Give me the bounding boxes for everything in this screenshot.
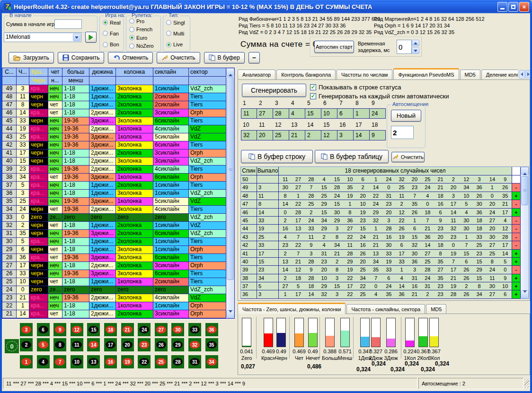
- board-cell-10[interactable]: 10: [71, 355, 83, 368]
- board-cell-36[interactable]: 36: [205, 323, 218, 336]
- history-row[interactable]: 478чернчет1-181дюжи...2колонка2сиклайнTi…: [2, 101, 226, 109]
- play-button[interactable]: [85, 32, 97, 43]
- history-row[interactable]: 2633черннеч19-363дюжи...3колонка6сиклайн…: [2, 270, 226, 278]
- history-row[interactable]: 4811черннеч1-181дюжи...2колонка2сиклайнT…: [2, 93, 226, 101]
- board-cell-16[interactable]: 16: [104, 355, 117, 368]
- spinner-up-icon[interactable]: [412, 40, 419, 46]
- radio-euro[interactable]: Euro: [126, 34, 160, 42]
- history-row[interactable]: 4419кра...неч19-362дюжи...1колонка4сикла…: [2, 125, 226, 133]
- board-cell-7[interactable]: 7: [53, 355, 66, 368]
- history-row[interactable]: 221кра...неч1-181дюжи...1колонка1сиклайн…: [2, 302, 226, 310]
- tab-1[interactable]: Анализатор: [238, 70, 275, 79]
- board-cell-17[interactable]: 17: [104, 338, 117, 351]
- undo-button[interactable]: Отменить: [108, 52, 153, 63]
- board-cell-35[interactable]: 35: [205, 338, 218, 351]
- spin-row[interactable]: 47814222529151102423235016175302021-: [241, 200, 521, 208]
- scrollbar-thumb[interactable]: [521, 176, 528, 205]
- profile-select[interactable]: 1Melonati: [4, 33, 81, 42]
- board-cell-6[interactable]: 6: [37, 323, 50, 336]
- history-row[interactable]: 2836кра...чет19-363дюжи...3колонка6сикла…: [2, 254, 226, 262]
- start-sum-input[interactable]: [54, 19, 82, 29]
- board-cell-19[interactable]: 19: [121, 355, 134, 368]
- checkbox-show-status[interactable]: Показывать в строке статуса: [310, 83, 401, 91]
- history-row[interactable]: 2321кра...неч19-362дюжи...3колонка4сикла…: [2, 294, 226, 302]
- spin-row[interactable]: 37527518291517220241416312319283010+: [241, 282, 521, 290]
- freq-tab-1[interactable]: Частота - Zero, шансы, дюжины, колонки: [238, 303, 346, 314]
- history-row[interactable]: 2717черннеч1-182дюжи...2колонка3сиклайнO…: [2, 262, 226, 270]
- history-row[interactable]: 2114кра...чет1-182дюжи...2колонка3сиклай…: [2, 310, 226, 318]
- board-cell-21[interactable]: 21: [121, 323, 134, 336]
- board-cell-2[interactable]: 2: [20, 338, 33, 351]
- history-row[interactable]: 4614кра...чет1-182дюжи...2колонка3сиклай…: [2, 109, 226, 117]
- tab-3[interactable]: Частоты по числам: [337, 70, 392, 79]
- board-cell-9[interactable]: 9: [53, 323, 66, 336]
- board-cell-12[interactable]: 12: [71, 323, 83, 336]
- board-cell-32[interactable]: 32: [188, 338, 201, 351]
- board-cell-20[interactable]: 20: [121, 338, 134, 351]
- collapse-button[interactable]: −: [248, 52, 260, 63]
- board-cell-26[interactable]: 26: [155, 338, 168, 351]
- board-cell-5[interactable]: 5: [37, 338, 50, 351]
- save-button[interactable]: Сохранить: [58, 52, 105, 63]
- radio-pro[interactable]: Pro: [126, 17, 160, 26]
- board-cell-11[interactable]: 11: [71, 338, 83, 351]
- history-row[interactable]: 4533черннеч19-363дюжи...3колонка6сиклайн…: [2, 117, 226, 125]
- checkbox-generate-each-spin[interactable]: Генерировать на каждый спин автоматическ…: [310, 92, 449, 100]
- history-row[interactable]: 4233черннеч19-363дюжи...3колонка6сиклайн…: [2, 141, 226, 149]
- history-row[interactable]: 296чернчет1-181дюжи...3колонка1сиклайнOr…: [2, 246, 226, 254]
- board-cell-zero[interactable]: 0: [5, 339, 19, 353]
- close-button[interactable]: ×: [519, 2, 529, 12]
- board-cell-18[interactable]: 18: [104, 323, 117, 336]
- resize-grip[interactable]: [524, 379, 529, 388]
- history-row[interactable]: 330zeroze...zerozerozerozeroVdZ_zch: [2, 214, 226, 222]
- maximize-button[interactable]: [508, 2, 518, 12]
- history-row[interactable]: 363кра...неч1-181дюжи...3колонка1сиклайн…: [2, 190, 226, 198]
- freq-tab-3[interactable]: MD5: [426, 304, 446, 314]
- board-cell-13[interactable]: 13: [87, 355, 100, 368]
- board-cell-31[interactable]: 31: [188, 355, 201, 368]
- freq-tab-2[interactable]: Частота - сиклайны, сектора: [346, 304, 425, 314]
- clear-button[interactable]: Очистить: [157, 52, 200, 63]
- titlebar[interactable]: 7 HelperRoullet 4.32- create helperroull…: [0, 0, 532, 13]
- chevron-down-icon[interactable]: [73, 34, 80, 41]
- spin-row[interactable]: 40151321282322920341933362535761585+: [241, 258, 521, 266]
- history-row[interactable]: 3525кра...неч19-363дюжи...1колонка5сикла…: [2, 198, 226, 206]
- board-cell-27[interactable]: 27: [155, 323, 168, 336]
- generate-button[interactable]: Сгенерировать: [242, 84, 306, 97]
- spin-row[interactable]: 49330277152835214025232421203436126-: [241, 183, 521, 192]
- spinner-down-icon[interactable]: [412, 47, 419, 54]
- board-cell-1[interactable]: 1: [20, 355, 33, 368]
- radio-french[interactable]: French: [126, 26, 160, 34]
- history-row[interactable]: 240zeroze...zerozerozerozeroVdZ_zch: [2, 286, 226, 294]
- history-row[interactable]: 3923кра...неч19-362дюжи...2колонка4сикла…: [2, 166, 226, 174]
- autoshift-new-button[interactable]: Новый: [391, 110, 421, 122]
- to-clipboard-button[interactable]: В буфер: [204, 52, 245, 63]
- spin-row[interactable]: 411727331212826133317302781915232514+: [241, 250, 521, 258]
- scroll-up-icon[interactable]: [226, 68, 234, 76]
- board-cell-14[interactable]: 14: [87, 338, 100, 351]
- tab-5[interactable]: MD5: [460, 70, 480, 79]
- radio-real[interactable]: Real: [100, 18, 124, 27]
- board-cell-30[interactable]: 30: [171, 323, 184, 336]
- history-row[interactable]: 4117черннеч1-182дюжи...2колонка3сиклайнO…: [2, 149, 226, 157]
- history-row[interactable]: 493кра...неч1-181дюжи...3колонка1сиклайн…: [2, 85, 226, 93]
- scroll-down-icon[interactable]: [521, 290, 529, 298]
- radio-singl[interactable]: Singl: [163, 18, 190, 27]
- tab-4[interactable]: Функционал PsevdoMS: [393, 68, 459, 79]
- delay-input[interactable]: [397, 40, 412, 54]
- spin-row[interactable]: 42332322943411162130632141807252717-: [241, 241, 521, 249]
- radio-nozero[interactable]: NoZero: [126, 42, 160, 51]
- history-row[interactable]: 322чернчет1-181дюжи...2колонка1сиклайнVd…: [2, 222, 226, 230]
- spin-row[interactable]: 4811812825241920223111741831026035+: [241, 192, 521, 200]
- board-cell-28[interactable]: 28: [171, 355, 184, 368]
- copy-table-button[interactable]: В буфер таблицу: [315, 150, 389, 163]
- history-row[interactable]: 3424чернчет19-362дюжи...3колонка4сиклайн…: [2, 206, 226, 214]
- board-cell-8[interactable]: 8: [53, 338, 66, 351]
- spin-row[interactable]: 50112728415106124322025212123149: [241, 175, 521, 183]
- load-button[interactable]: Загрузить: [9, 52, 54, 63]
- clear-generated-button[interactable]: Очистить: [391, 152, 425, 162]
- spin-row[interactable]: 3631171432322254353621223282634276+: [241, 290, 521, 298]
- history-row[interactable]: 3135черннеч19-363дюжи...2колонка6сиклайн…: [2, 230, 226, 238]
- board-cell-34[interactable]: 34: [205, 355, 218, 368]
- autoshift-input[interactable]: [391, 126, 414, 139]
